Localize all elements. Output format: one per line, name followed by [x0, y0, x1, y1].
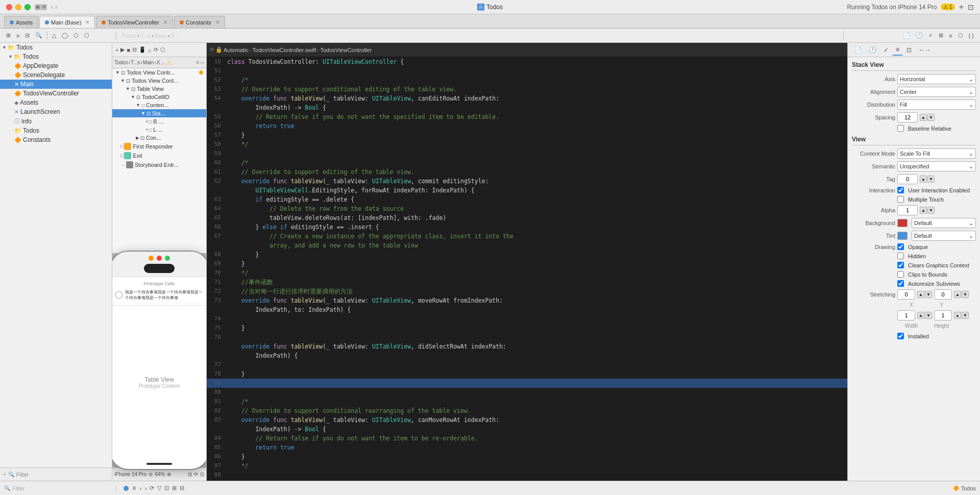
expand-icon[interactable]: ▼ — [126, 86, 130, 91]
stepper-up[interactable]: ▲ — [954, 312, 961, 319]
tab-constants[interactable]: Constants ✕ — [174, 16, 225, 28]
back-btn[interactable]: ‹ — [51, 4, 53, 11]
storyboard-orient-icon[interactable]: ⟳ — [194, 472, 198, 477]
inspector-size-btn[interactable]: ⊡ — [903, 45, 915, 55]
status-next-icon[interactable]: › — [145, 485, 147, 491]
sidebar-toggle-icon[interactable]: ▤ — [35, 4, 41, 10]
sidebar-item-info[interactable]: ⓘ Info — [0, 116, 112, 126]
bc-t[interactable]: T...s — [140, 33, 151, 39]
nav-next-icon[interactable]: › — [203, 60, 204, 65]
inspector-history-btn[interactable]: 🕐 — [866, 45, 879, 55]
toolbar-minus-icon[interactable]: ◯ — [60, 31, 70, 40]
multiple-touch-checkbox[interactable] — [897, 196, 904, 203]
semantic-select[interactable]: Unspecified ⌄ — [897, 161, 976, 171]
close-button[interactable] — [6, 4, 12, 10]
stepper-down[interactable]: ▼ — [962, 291, 969, 298]
bc-x[interactable]: X ... — [170, 33, 181, 39]
bc-ts[interactable]: T...s — [131, 60, 140, 65]
expand-icon[interactable]: ▼ — [120, 78, 125, 83]
baseline-checkbox[interactable] — [897, 125, 904, 132]
scene-item-table-view[interactable]: ▼ ⊡ Table View — [112, 85, 206, 93]
bc-swift-file[interactable]: TodosViewController.swift — [253, 47, 316, 53]
stepper-up[interactable]: ▲ — [954, 291, 961, 298]
axis-select[interactable]: Horizontal ⌄ — [897, 74, 976, 84]
expand-icon[interactable]: ▼ — [131, 94, 135, 100]
alpha-input[interactable] — [897, 205, 918, 215]
sidebar-item-main[interactable]: ✕ Main — [0, 80, 112, 89]
sidebar-item-constants[interactable]: 🔶 Constants — [0, 135, 112, 144]
inspector-conn-btn[interactable]: ←→ — [916, 45, 934, 55]
tab-main[interactable]: Main (Base) ✕ — [39, 16, 95, 28]
installed-checkbox[interactable] — [897, 333, 904, 339]
storyboard-view-icon[interactable]: ⊟ — [188, 472, 192, 477]
inspector-file-btn[interactable]: 📄 — [851, 45, 865, 55]
refresh-icon[interactable]: ⟳ — [210, 46, 214, 53]
status-icon4[interactable]: ⊞ — [172, 485, 177, 491]
scene-item-todos-view-cont[interactable]: ▼ ⊡ Todos View Cont... — [112, 77, 206, 85]
expand-icon[interactable]: ▶ — [136, 135, 139, 140]
opaque-checkbox[interactable] — [897, 243, 904, 250]
plus-btn[interactable]: + — [959, 3, 964, 12]
minimize-button[interactable] — [15, 4, 21, 10]
spacing-input[interactable] — [897, 112, 918, 122]
tab-close-icon[interactable]: ✕ — [215, 19, 219, 25]
bc-todos[interactable]: Todos — [121, 33, 136, 39]
distribution-select[interactable]: Fill ⌄ — [897, 100, 976, 110]
expand-icon[interactable]: ▼ — [8, 54, 13, 59]
background-color-swatch[interactable] — [897, 219, 908, 227]
stepper-up[interactable]: ▲ — [920, 207, 927, 214]
toolbar-grid-icon[interactable]: ⊞ — [4, 31, 13, 40]
tag-input[interactable] — [897, 174, 918, 184]
status-icon2[interactable]: ▽ — [157, 485, 161, 491]
lock-icon[interactable]: 🔒 — [215, 46, 223, 53]
inspector-list-icon[interactable]: ≡ — [947, 32, 954, 40]
toolbar-link-icon[interactable]: ⬡ — [71, 31, 81, 40]
storyboard-expand-icon[interactable]: ⊡ — [200, 472, 204, 477]
inspector-file-icon[interactable]: 📄 — [901, 31, 912, 40]
plus-icon-sidebar[interactable]: + — [3, 472, 6, 477]
tab-assets[interactable]: Assets — [4, 16, 38, 28]
scene-item-first-responder[interactable]: □ First Responder — [112, 142, 206, 151]
stepper-down[interactable]: ▼ — [925, 291, 932, 298]
sidebar-item-appdelegate[interactable]: 🔶 AppDelegate — [0, 61, 112, 70]
scene-nav-add-icon[interactable]: + — [115, 47, 118, 53]
forward-btn[interactable]: › — [55, 4, 57, 11]
scene-item-b[interactable]: • □ B ... — [112, 117, 206, 126]
sidebar-item-launch-screen[interactable]: ✕ LaunchScreen — [0, 107, 112, 116]
stepper-up[interactable]: ▲ — [920, 176, 927, 183]
tint-color-swatch[interactable] — [897, 232, 908, 240]
inspector-attr-icon[interactable]: ⊞ — [937, 31, 945, 40]
status-icon5[interactable]: ⊟ — [180, 485, 184, 491]
expand-icon[interactable]: ▼ — [115, 70, 120, 75]
sidebar-item-assets[interactable]: ◈ Assets — [0, 98, 112, 107]
stepper-down[interactable]: ▼ — [962, 312, 969, 319]
bc-main2[interactable]: Main — [143, 60, 154, 65]
stepper-up[interactable]: ▲ — [917, 312, 924, 319]
tab-close-icon[interactable]: ✕ — [163, 19, 167, 25]
stretching-x-input[interactable] — [897, 289, 915, 300]
stepper-down[interactable]: ▼ — [927, 114, 935, 121]
scene-nav-play-icon[interactable]: ▶ — [120, 46, 125, 53]
toolbar-add-icon[interactable]: △ — [50, 31, 58, 40]
close-breadcrumb-icon[interactable]: ✕ — [195, 60, 200, 65]
alignment-select[interactable]: Center ⌄ — [897, 87, 976, 97]
status-prev-icon[interactable]: ‹ — [140, 485, 142, 491]
code-content[interactable]: 10 class TodosViewController: UITableVie… — [207, 57, 847, 481]
content-mode-select[interactable]: Scale To Fill ⌄ — [897, 148, 976, 159]
autoresize-checkbox[interactable] — [897, 280, 904, 287]
inspector-code-icon[interactable]: { } — [967, 32, 976, 40]
stretching-width-input[interactable] — [897, 310, 915, 320]
status-icon3[interactable]: ⊡ — [164, 485, 169, 491]
scene-item-exit[interactable]: □ Exit — [112, 151, 206, 160]
scene-item-storyboard-entry[interactable]: → Storyboard Entr... — [112, 160, 206, 169]
stepper-down[interactable]: ▼ — [927, 176, 935, 183]
scene-item-con[interactable]: ▶ ⊡ Con... — [112, 134, 206, 142]
toolbar-hierarchy-icon[interactable]: ⊟ — [23, 31, 32, 40]
zoom-minus-icon[interactable]: ⊖ — [149, 472, 153, 477]
inspector-history-icon[interactable]: 🕐 — [914, 31, 925, 40]
sidebar-item-todos-sub[interactable]: ▼ 📁 Todos — [0, 52, 112, 61]
toolbar-git-icon[interactable]: ⬡ — [82, 31, 91, 40]
inspector-attr-btn[interactable]: ≡ — [893, 44, 902, 56]
nav-prev-icon[interactable]: ‹ — [200, 60, 202, 65]
clips-bounds-checkbox[interactable] — [897, 271, 904, 278]
